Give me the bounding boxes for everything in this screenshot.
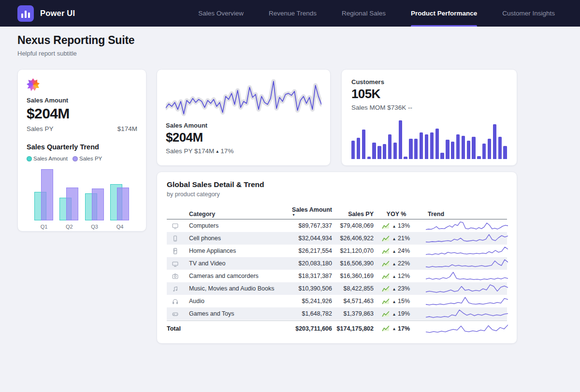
- table-row[interactable]: Audio $5,241,926 $4,571,463 15%: [167, 295, 507, 307]
- table-row[interactable]: Computers $89,767,337 $79,408,069 13%: [167, 219, 507, 232]
- customer-bar[interactable]: [372, 143, 376, 159]
- customer-bar[interactable]: [377, 146, 381, 159]
- row-yoy: 13%: [398, 222, 410, 229]
- customer-bar[interactable]: [467, 141, 470, 159]
- customer-bar[interactable]: [414, 139, 418, 159]
- customers-value: 105K: [351, 87, 507, 102]
- customer-bar[interactable]: [472, 137, 475, 159]
- tab-product-performance[interactable]: Product Performance: [411, 0, 477, 27]
- sales-sparkline-chart[interactable]: [166, 77, 321, 118]
- sales-py-bar[interactable]: [41, 169, 53, 220]
- customer-bar[interactable]: [420, 132, 423, 159]
- total-sales-py: $174,175,802: [332, 325, 374, 332]
- row-yoy: 22%: [398, 260, 410, 267]
- row-yoy: 21%: [398, 235, 410, 242]
- row-sales-amount: $1,648,782: [269, 310, 332, 317]
- customer-bar[interactable]: [430, 132, 434, 159]
- customer-bar[interactable]: [425, 134, 428, 159]
- customer-bar[interactable]: [362, 130, 365, 159]
- customer-bar[interactable]: [367, 157, 371, 159]
- tab-customer-insights[interactable]: Customer Insights: [502, 0, 555, 27]
- headphones-icon: [172, 298, 179, 305]
- row-yoy: 19%: [398, 310, 410, 317]
- row-icon: [167, 260, 183, 267]
- sales-py-bar[interactable]: [117, 188, 129, 220]
- up-arrow-icon: [393, 261, 395, 266]
- customers-subtitle: Sales MOM $736K --: [351, 104, 507, 111]
- x-axis-label: Q2: [66, 224, 73, 230]
- bar-group-q1[interactable]: Q1: [34, 169, 54, 230]
- column-header-category[interactable]: Category: [183, 211, 269, 218]
- customer-bar[interactable]: [440, 153, 444, 159]
- table-row[interactable]: Cameras and camcorders $18,317,387 $16,3…: [167, 270, 507, 282]
- row-icon: [167, 247, 183, 255]
- tab-revenue-trends[interactable]: Revenue Trends: [269, 0, 317, 27]
- bar-group-q3[interactable]: Q3: [85, 169, 104, 230]
- total-trend-sparkline: [422, 324, 508, 334]
- table-row[interactable]: Cell phones $32,044,934 $26,406,922 21%: [167, 232, 507, 245]
- sales-detail-table-card: Global Sales Detail & Trend by product c…: [157, 172, 517, 344]
- table-row[interactable]: Home Appliances $26,217,554 $21,120,070 …: [167, 245, 507, 257]
- legend-dot-icon: [72, 156, 78, 161]
- row-category: Cameras and camcorders: [183, 273, 269, 279]
- sales-py-bar[interactable]: [92, 189, 104, 220]
- nav-tabs: Sales OverviewRevenue TrendsRegional Sal…: [198, 0, 555, 27]
- customer-bar[interactable]: [482, 144, 486, 159]
- kpi-secondary-value: $174M: [117, 125, 137, 132]
- bar-group-q2[interactable]: Q2: [59, 169, 79, 230]
- row-sales-py: $4,571,463: [332, 298, 374, 305]
- tab-sales-overview[interactable]: Sales Overview: [198, 0, 244, 27]
- row-sales-amount: $32,044,934: [269, 235, 332, 242]
- customer-bar[interactable]: [477, 156, 480, 159]
- column-header-yoy[interactable]: YOY %: [374, 211, 422, 218]
- customer-bar[interactable]: [503, 146, 507, 159]
- customer-bar[interactable]: [446, 140, 449, 159]
- customer-bar[interactable]: [498, 137, 502, 159]
- customer-bar[interactable]: [393, 143, 397, 159]
- x-axis-label: Q1: [41, 224, 48, 230]
- customer-bar[interactable]: [493, 124, 496, 159]
- tab-regional-sales[interactable]: Regional Sales: [342, 0, 386, 27]
- page-title: Nexus Reporting Suite: [17, 34, 134, 47]
- table-row[interactable]: Music, Movies and Audio Books $10,390,50…: [167, 282, 507, 295]
- row-trend-sparkline: [422, 271, 508, 281]
- customer-bar[interactable]: [409, 139, 412, 159]
- row-sales-py: $21,120,070: [332, 247, 374, 254]
- bar-group-q4[interactable]: Q4: [110, 169, 130, 230]
- total-label: Total: [167, 325, 269, 332]
- column-header-trend[interactable]: Trend: [422, 211, 508, 218]
- bar-chart-logo-icon: [17, 5, 34, 22]
- row-trend-sparkline: [422, 296, 508, 306]
- up-arrow-icon: [393, 311, 395, 317]
- customer-bar[interactable]: [404, 157, 407, 159]
- customer-bar[interactable]: [399, 120, 402, 159]
- trending-up-icon: [381, 325, 391, 332]
- customer-bar[interactable]: [351, 141, 355, 159]
- customer-bar[interactable]: [456, 134, 460, 159]
- column-header-sales-amount[interactable]: Sales Amount▼: [269, 206, 332, 218]
- customer-bar[interactable]: [488, 139, 491, 159]
- quarterly-bar-chart: Q1Q2Q3Q4: [27, 169, 137, 230]
- total-yoy: 17%: [398, 325, 410, 332]
- customer-bar[interactable]: [357, 138, 360, 159]
- customer-bar[interactable]: [462, 136, 465, 159]
- legend-item[interactable]: Sales PY: [72, 156, 102, 161]
- quarterly-chart-title: Sales Quarterly Trend: [27, 143, 137, 151]
- legend-item[interactable]: Sales Amount: [27, 156, 68, 161]
- row-sales-amount: $10,390,506: [269, 285, 332, 292]
- table-body: Computers $89,767,337 $79,408,069 13% Ce…: [167, 219, 507, 320]
- row-icon: [167, 235, 183, 242]
- sales-py-bar[interactable]: [66, 188, 78, 220]
- customer-bar[interactable]: [451, 142, 454, 159]
- customer-bar[interactable]: [383, 144, 386, 159]
- customers-bar-chart[interactable]: [351, 120, 507, 159]
- table-row[interactable]: TV and Video $20,083,180 $16,506,390 22%: [167, 257, 507, 270]
- trending-up-icon: [381, 247, 391, 255]
- customer-bar[interactable]: [388, 134, 392, 159]
- table-row[interactable]: Games and Toys $1,648,782 $1,379,863 19%: [167, 307, 507, 320]
- column-header-sales-py[interactable]: Sales PY: [332, 211, 374, 218]
- spark-card-label: Sales Amount: [166, 122, 321, 129]
- row-icon: [167, 310, 183, 318]
- spark-card-footer: Sales PY $174M: [166, 147, 214, 155]
- customer-bar[interactable]: [435, 129, 439, 159]
